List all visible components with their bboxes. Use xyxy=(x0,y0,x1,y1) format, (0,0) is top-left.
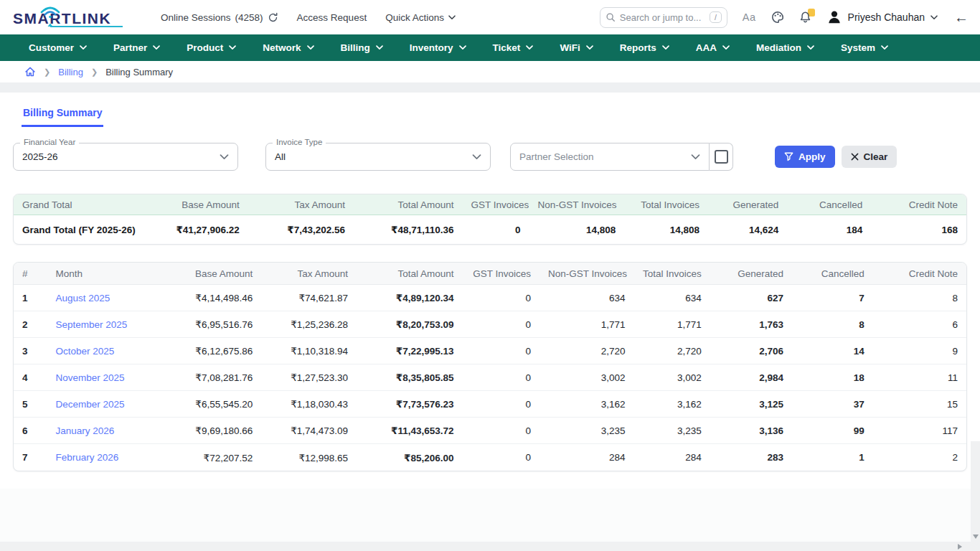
nav-item-label: Mediation xyxy=(756,42,801,53)
column-header: Non-GST Invoices xyxy=(540,263,633,285)
base-amount: ₹4,14,498.46 xyxy=(161,285,261,311)
non-gst-invoices: 284 xyxy=(540,444,633,471)
chevron-down-icon xyxy=(662,45,669,50)
filter-bar: Financial Year 2025-26 Invoice Type All … xyxy=(13,143,967,171)
quick-actions-label: Quick Actions xyxy=(385,12,444,23)
grand-total-invoices: 14,808 xyxy=(624,215,708,244)
tax-amount: ₹1,25,236.28 xyxy=(261,311,357,338)
nav-item-customer[interactable]: Customer xyxy=(29,42,87,53)
chevron-down-icon xyxy=(376,45,383,50)
row-index: 5 xyxy=(14,391,47,418)
search-input[interactable]: Search or jump to... / xyxy=(600,7,727,28)
partner-select-all-checkbox[interactable] xyxy=(715,150,728,164)
chevron-down-icon xyxy=(459,45,466,50)
cancelled: 18 xyxy=(792,364,873,391)
cancelled: 7 xyxy=(792,285,873,311)
apply-button[interactable]: Apply xyxy=(775,146,835,168)
row-index: 6 xyxy=(14,418,47,444)
table-row: 1August 2025₹4,14,498.46₹74,621.87₹4,89,… xyxy=(14,285,966,311)
nav-item-billing[interactable]: Billing xyxy=(341,42,383,53)
credit-note: 8 xyxy=(873,285,966,311)
grand-gst-invoices: 0 xyxy=(462,215,529,244)
nav-item-partner[interactable]: Partner xyxy=(113,42,160,53)
refresh-icon[interactable] xyxy=(268,12,278,23)
nav-item-inventory[interactable]: Inventory xyxy=(410,42,466,53)
nav-item-product[interactable]: Product xyxy=(187,42,236,53)
nav-item-wifi[interactable]: WiFi xyxy=(560,42,593,53)
month-link[interactable]: December 2025 xyxy=(55,399,124,410)
scrollbar-corner xyxy=(971,542,980,551)
invoice-type-value: All xyxy=(275,151,286,162)
home-icon[interactable] xyxy=(24,66,36,77)
column-header: Total Amount xyxy=(357,263,462,285)
nav-item-ticket[interactable]: Ticket xyxy=(493,42,534,53)
grand-total-label: Grand Total (FY 2025-26) xyxy=(14,215,147,244)
online-sessions-count: (4258) xyxy=(235,12,263,23)
nav-item-aaa[interactable]: AAA xyxy=(696,42,730,53)
column-header: Credit Note xyxy=(873,263,966,285)
chevron-down-icon xyxy=(220,154,229,160)
column-header: Total Invoices xyxy=(624,194,708,215)
month-link[interactable]: January 2026 xyxy=(55,425,114,436)
nav-item-mediation[interactable]: Mediation xyxy=(756,42,814,53)
quick-actions[interactable]: Quick Actions xyxy=(385,12,456,23)
table-row: 3October 2025₹6,12,675.86₹1,10,318.94₹7,… xyxy=(14,338,966,364)
horizontal-scrollbar[interactable] xyxy=(0,542,971,551)
avatar-icon xyxy=(826,9,842,25)
tax-amount: ₹1,74,473.09 xyxy=(261,418,357,444)
breadcrumb-billing[interactable]: Billing xyxy=(58,67,83,77)
back-arrow-icon[interactable]: ← xyxy=(954,9,969,26)
financial-year-select[interactable]: Financial Year 2025-26 xyxy=(13,143,238,171)
column-header: GST Invoices xyxy=(462,194,529,215)
font-size-toggle[interactable]: Aa xyxy=(743,11,756,23)
generated: 627 xyxy=(710,285,792,311)
generated: 3,125 xyxy=(710,391,792,418)
cancelled: 14 xyxy=(792,338,873,364)
base-amount: ₹6,55,545.20 xyxy=(161,391,261,418)
apply-button-label: Apply xyxy=(798,151,826,162)
row-index: 7 xyxy=(14,444,47,471)
month-cell: January 2026 xyxy=(47,418,161,444)
nav-item-system[interactable]: System xyxy=(841,42,888,53)
nav-item-reports[interactable]: Reports xyxy=(620,42,669,53)
invoice-type-label: Invoice Type xyxy=(273,138,326,146)
notifications-button[interactable] xyxy=(799,11,811,24)
total-invoices: 3,235 xyxy=(634,418,710,444)
monthly-table-body: 1August 2025₹4,14,498.46₹74,621.87₹4,89,… xyxy=(14,285,966,471)
online-sessions[interactable]: Online Sessions (4258) xyxy=(161,12,278,23)
vertical-scrollbar[interactable] xyxy=(971,441,980,542)
invoice-type-select[interactable]: Invoice Type All xyxy=(265,143,491,171)
financial-year-label: Financial Year xyxy=(20,138,79,146)
user-name: Priyesh Chauhan xyxy=(848,11,925,23)
tab-billing-summary[interactable]: Billing Summary xyxy=(22,103,103,127)
access-request[interactable]: Access Request xyxy=(297,12,367,23)
month-link[interactable]: October 2025 xyxy=(55,346,114,357)
chevron-down-icon xyxy=(722,45,730,50)
smartlink-logo[interactable]: SMARTLINK xyxy=(13,4,125,30)
credit-note: 15 xyxy=(873,391,966,418)
page-divider xyxy=(0,83,980,93)
partner-selection-select[interactable]: Partner Selection xyxy=(510,143,710,171)
chevron-down-icon xyxy=(526,45,533,50)
total-amount: ₹8,20,753.09 xyxy=(357,311,462,338)
month-link[interactable]: September 2025 xyxy=(55,319,127,330)
chevron-down-icon xyxy=(80,45,87,50)
user-menu[interactable]: Priyesh Chauhan xyxy=(826,9,938,25)
non-gst-invoices: 3,235 xyxy=(540,418,633,444)
month-link[interactable]: August 2025 xyxy=(55,293,110,303)
month-cell: September 2025 xyxy=(47,311,161,338)
total-invoices: 634 xyxy=(634,285,710,311)
generated: 2,984 xyxy=(710,364,792,391)
month-link[interactable]: November 2025 xyxy=(55,372,124,383)
clear-button[interactable]: Clear xyxy=(842,146,897,168)
column-header: # xyxy=(14,263,47,285)
month-cell: August 2025 xyxy=(47,285,161,311)
month-link[interactable]: February 2026 xyxy=(55,452,118,463)
theme-button[interactable] xyxy=(771,11,784,24)
chevron-down-icon xyxy=(881,45,888,50)
nav-item-network[interactable]: Network xyxy=(263,42,314,53)
clear-button-label: Clear xyxy=(864,151,888,162)
cancelled: 37 xyxy=(792,391,873,418)
grand-tax-amount: ₹7,43,202.56 xyxy=(248,215,354,244)
financial-year-value: 2025-26 xyxy=(22,151,58,162)
